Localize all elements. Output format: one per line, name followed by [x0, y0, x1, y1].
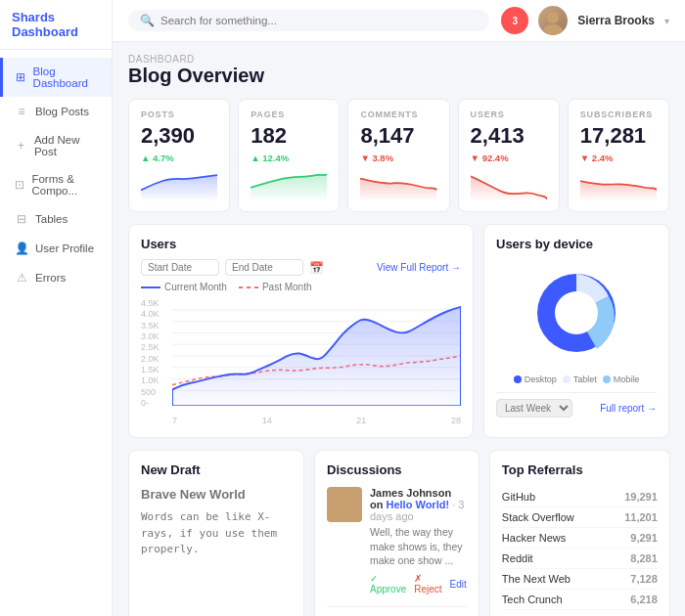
device-chart-title: Users by device — [496, 237, 657, 251]
draft-body-input[interactable] — [141, 509, 292, 568]
nav-label-blog-posts: Blog Posts — [35, 106, 89, 117]
xaxis-label: 7 — [172, 416, 177, 425]
nav-icon-add-new-post: + — [15, 139, 27, 153]
sidebar-item-blog-posts[interactable]: ≡Blog Posts — [0, 97, 112, 126]
referral-name: The Next Web — [502, 573, 571, 585]
charts-row: Users 📅 View Full Report → Current Month… — [128, 224, 669, 438]
sidebar-item-tables[interactable]: ⊟Tables — [0, 204, 112, 234]
xaxis-label: 14 — [262, 416, 272, 425]
referral-name: Hacker News — [502, 532, 566, 544]
chart-area: 4.5K4.0K3.5K3.0K2.5K2.0K1.5K1.0K5000- — [141, 298, 461, 425]
stat-card-pages: PAGES 182 ▲ 12.4% — [238, 99, 340, 212]
chart-controls: 📅 View Full Report → — [141, 259, 461, 276]
end-date-input[interactable] — [225, 259, 303, 276]
referral-item: Hacker News9,291 — [502, 528, 658, 549]
header-right: 3 Sierra Brooks ▾ — [501, 6, 669, 35]
device-dot — [603, 375, 611, 383]
chevron-down-icon[interactable]: ▾ — [664, 16, 669, 26]
referral-name: GitHub — [502, 491, 535, 503]
yaxis-label: 0- — [141, 398, 170, 408]
approve-button[interactable]: ✓ Approve — [370, 573, 406, 594]
stat-sparkline — [471, 167, 547, 201]
stat-sparkline — [141, 167, 217, 201]
stat-card-subscribers: SUBSCRIBERS 17,281 ▼ 2.4% — [568, 99, 669, 212]
stat-label: SUBSCRIBERS — [580, 110, 657, 119]
discussion-item: James Johnson on Hello World! · 3 days a… — [327, 487, 467, 607]
new-draft-title: New Draft — [141, 462, 292, 477]
referral-item: Stack Overflow11,201 — [502, 507, 658, 528]
referral-item: The Next Web7,128 — [502, 569, 658, 590]
referral-name: Reddit — [502, 552, 533, 564]
chart-legend: Current Month Past Month — [141, 282, 461, 292]
stat-label: COMMENTS — [360, 110, 436, 119]
referral-count: 9,291 — [630, 532, 658, 544]
sidebar-item-add-new-post[interactable]: +Add New Post — [0, 126, 112, 165]
discussion-avatar — [327, 487, 362, 522]
xaxis-label: 28 — [451, 416, 461, 425]
time-period-select[interactable]: Last Week — [496, 399, 572, 418]
header: 🔍 3 Sierra Brooks ▾ — [113, 0, 685, 42]
sidebar: Shards Dashboard ⊞Blog Dashboard≡Blog Po… — [0, 0, 113, 616]
referral-item: YouTube1,218 — [502, 610, 658, 616]
stat-value: 8,147 — [360, 123, 436, 149]
bottom-row: New Draft Discussions James Johnson on H… — [128, 450, 669, 616]
svg-point-0 — [547, 12, 559, 23]
sidebar-nav: ⊞Blog Dashboard≡Blog Posts+Add New Post⊡… — [0, 50, 112, 616]
start-date-input[interactable] — [141, 259, 219, 276]
legend-past-dot — [239, 286, 258, 288]
notification-button[interactable]: 3 — [501, 7, 528, 34]
legend-past: Past Month — [239, 282, 312, 292]
nav-label-errors: Errors — [35, 272, 66, 284]
yaxis-label: 4.0K — [141, 309, 170, 319]
stat-sparkline — [580, 167, 657, 201]
nav-icon-user-profile: 👤 — [15, 242, 28, 255]
stat-value: 182 — [251, 123, 327, 149]
nav-icon-blog-posts: ≡ — [15, 105, 28, 118]
chart-footer: Last Week Full report → — [496, 392, 657, 418]
reject-button[interactable]: ✗ Reject — [414, 573, 441, 594]
discussions-title: Discussions — [327, 462, 467, 477]
discussions-list: James Johnson on Hello World! · 3 days a… — [327, 487, 467, 616]
edit-button[interactable]: Edit — [450, 573, 467, 594]
discussion-post-link[interactable]: Hello World! — [387, 499, 450, 510]
breadcrumb: DASHBOARD — [128, 54, 669, 65]
full-report-link[interactable]: Full report → — [600, 403, 657, 414]
device-legend: DesktopTabletMobile — [496, 374, 657, 384]
referrals-title: Top Referrals — [502, 462, 658, 477]
nav-label-blog-dashboard: Blog Dashboard — [33, 66, 100, 89]
page-title: Blog Overview — [128, 65, 669, 87]
main-area: 🔍 3 Sierra Brooks ▾ DASHBOARD Blog Overv… — [113, 0, 685, 616]
sidebar-item-forms-components[interactable]: ⊡Forms & Compo... — [0, 165, 112, 204]
discussion-content: James Johnson on Hello World! · 3 days a… — [370, 487, 467, 594]
content-area: DASHBOARD Blog Overview POSTS 2,390 ▲ 4.… — [113, 42, 685, 616]
stat-change: ▼ 2.4% — [580, 153, 657, 163]
stat-change: ▼ 3.8% — [360, 153, 436, 163]
sidebar-item-blog-dashboard[interactable]: ⊞Blog Dashboard — [0, 58, 112, 97]
yaxis-label: 3.0K — [141, 331, 170, 341]
sidebar-item-errors[interactable]: ⚠Errors — [0, 263, 112, 292]
notification-icon: 3 — [501, 7, 528, 34]
xaxis-label: 21 — [356, 416, 366, 425]
new-draft-card: New Draft — [128, 450, 304, 616]
svg-point-11 — [555, 291, 598, 334]
yaxis-label: 2.0K — [141, 354, 170, 364]
nav-label-user-profile: User Profile — [35, 242, 94, 254]
search-input[interactable] — [160, 15, 478, 26]
yaxis-label: 3.5K — [141, 321, 170, 330]
sidebar-logo: Shards Dashboard — [0, 0, 112, 50]
search-icon: 🔍 — [140, 14, 155, 27]
users-chart-title: Users — [141, 237, 461, 251]
yaxis-label: 4.5K — [141, 298, 170, 308]
sidebar-item-user-profile[interactable]: 👤User Profile — [0, 234, 112, 263]
referral-count: 7,128 — [630, 573, 658, 585]
view-full-report[interactable]: View Full Report → — [377, 262, 461, 273]
chart-xaxis: 7142128 — [172, 416, 461, 425]
discussion-title: James Johnson on Hello World! · 3 days a… — [370, 487, 467, 522]
referral-count: 19,291 — [624, 491, 658, 503]
draft-title-input[interactable] — [141, 487, 292, 502]
discussions-card: Discussions James Johnson on Hello World… — [314, 450, 480, 616]
search-box[interactable]: 🔍 — [128, 10, 489, 31]
stat-value: 17,281 — [580, 123, 657, 149]
calendar-icon[interactable]: 📅 — [309, 261, 324, 275]
referral-item: Tech Crunch6,218 — [502, 590, 658, 610]
